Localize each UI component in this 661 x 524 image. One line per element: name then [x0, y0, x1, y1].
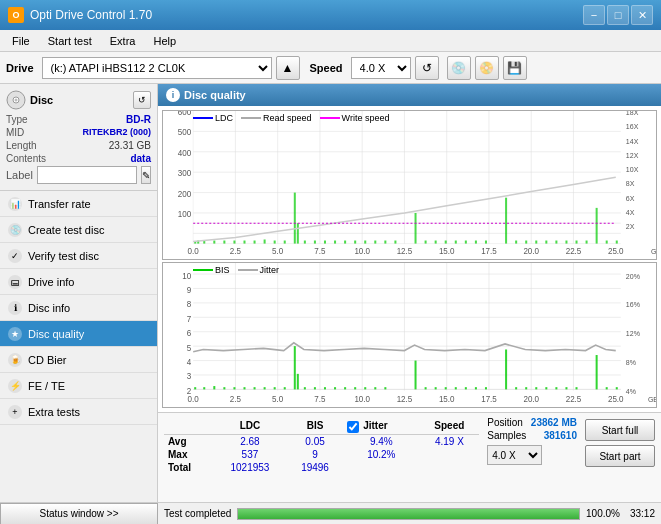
- disc-length-row: Length 23.31 GB: [6, 140, 151, 151]
- nav-fe-te-label: FE / TE: [28, 380, 65, 392]
- svg-rect-174: [576, 387, 578, 389]
- svg-text:10X: 10X: [626, 166, 639, 174]
- svg-rect-140: [213, 386, 215, 389]
- eject-button[interactable]: ▲: [276, 56, 300, 80]
- speed-select2[interactable]: 4.0 X Max 2.0 X: [487, 445, 542, 465]
- disc-mid-row: MID RITEKBR2 (000): [6, 127, 151, 138]
- speed-select[interactable]: 4.0 X Max 2.0 X 1.0 X: [351, 57, 411, 79]
- svg-rect-70: [384, 241, 386, 244]
- create-disc-icon: 💿: [8, 223, 22, 237]
- svg-rect-139: [203, 387, 205, 389]
- svg-text:500: 500: [178, 128, 192, 137]
- nav-create-test-disc[interactable]: 💿 Create test disc: [0, 217, 157, 243]
- nav-verify-test-disc[interactable]: ✓ Verify test disc: [0, 243, 157, 269]
- menu-start-test[interactable]: Start test: [40, 33, 100, 49]
- table-row: Avg 2.68 0.05 9.4% 4.19 X: [164, 435, 479, 449]
- charts-container: LDC Read speed Write speed: [158, 106, 661, 412]
- left-panel: Disc ↺ Type BD-R MID RITEKBR2 (000) Leng…: [0, 84, 158, 502]
- svg-text:16%: 16%: [626, 300, 640, 309]
- svg-rect-79: [485, 241, 487, 244]
- maximize-button[interactable]: □: [607, 5, 629, 25]
- nav-disc-info[interactable]: ℹ Disc info: [0, 295, 157, 321]
- start-full-button[interactable]: Start full: [585, 419, 655, 441]
- menu-help[interactable]: Help: [145, 33, 184, 49]
- main-content: Disc ↺ Type BD-R MID RITEKBR2 (000) Leng…: [0, 84, 661, 502]
- table-row: Max 537 9 10.2%: [164, 448, 479, 461]
- drive-select[interactable]: (k:) ATAPI iHBS112 2 CL0K: [42, 57, 272, 79]
- svg-rect-82: [525, 241, 527, 244]
- row-avg-speed: 4.19 X: [419, 435, 479, 449]
- col-header-jitter-check: Jitter: [343, 417, 419, 435]
- nav-fe-te[interactable]: ⚡ FE / TE: [0, 373, 157, 399]
- samples-label: Samples: [487, 430, 526, 441]
- svg-rect-83: [535, 241, 537, 244]
- bis-chart-svg: 10 9 8 7 6 5 4 3 2 20% 16% 12% 8% 4% 0: [163, 263, 656, 407]
- svg-rect-60: [294, 193, 296, 244]
- svg-text:100: 100: [178, 210, 192, 219]
- stats-table-area: LDC BIS Jitter Speed: [164, 417, 479, 498]
- quality-icon: i: [166, 88, 180, 102]
- speed-apply-button[interactable]: ↺: [415, 56, 439, 80]
- svg-rect-62: [304, 241, 306, 244]
- disc-refresh-button[interactable]: ↺: [133, 91, 151, 109]
- row-max-label: Max: [164, 448, 213, 461]
- minimize-button[interactable]: −: [583, 5, 605, 25]
- svg-rect-170: [535, 387, 537, 389]
- nav-transfer-rate[interactable]: 📊 Transfer rate: [0, 191, 157, 217]
- jitter-checkbox[interactable]: [347, 421, 359, 433]
- menu-extra[interactable]: Extra: [102, 33, 144, 49]
- svg-text:2.5: 2.5: [230, 247, 242, 256]
- status-window-button[interactable]: Status window >>: [0, 503, 158, 525]
- position-row: Position 23862 MB: [487, 417, 577, 428]
- progress-bar-fill: [238, 509, 579, 519]
- svg-text:GB: GB: [648, 394, 656, 403]
- svg-rect-54: [233, 241, 235, 244]
- svg-rect-69: [374, 241, 376, 244]
- svg-rect-55: [243, 241, 245, 244]
- svg-rect-156: [364, 387, 366, 389]
- svg-rect-90: [606, 241, 608, 244]
- svg-text:10: 10: [182, 270, 191, 280]
- write-speed-color: [320, 117, 340, 119]
- svg-rect-86: [565, 241, 567, 244]
- row-max-jitter: 10.2%: [343, 448, 419, 461]
- label-input[interactable]: [37, 166, 137, 184]
- svg-rect-84: [545, 241, 547, 244]
- quality-title: Disc quality: [184, 89, 246, 101]
- svg-text:9: 9: [187, 284, 192, 294]
- svg-text:300: 300: [178, 169, 192, 178]
- nav-cd-bier[interactable]: 🍺 CD Bier: [0, 347, 157, 373]
- legend-jitter-label: Jitter: [260, 265, 280, 275]
- drive-info-icon: 🖴: [8, 275, 22, 289]
- close-button[interactable]: ✕: [631, 5, 653, 25]
- label-edit-button[interactable]: ✎: [141, 166, 151, 184]
- title-bar: O Opti Drive Control 1.70 − □ ✕: [0, 0, 661, 30]
- ldc-color: [193, 117, 213, 119]
- disc-burn-button[interactable]: 📀: [475, 56, 499, 80]
- svg-text:18X: 18X: [626, 111, 639, 117]
- svg-rect-56: [254, 241, 256, 244]
- save-button[interactable]: 💾: [503, 56, 527, 80]
- nav-extra-tests[interactable]: + Extra tests: [0, 399, 157, 425]
- row-total-label: Total: [164, 461, 213, 474]
- disc-erase-button[interactable]: 💿: [447, 56, 471, 80]
- svg-rect-71: [394, 241, 396, 244]
- svg-text:12X: 12X: [626, 152, 639, 160]
- start-part-button[interactable]: Start part: [585, 445, 655, 467]
- ldc-chart: LDC Read speed Write speed: [162, 110, 657, 260]
- disc-quality-icon: ★: [8, 327, 22, 341]
- menu-file[interactable]: File: [4, 33, 38, 49]
- action-buttons: Start full Start part: [585, 417, 655, 498]
- nav-disc-quality[interactable]: ★ Disc quality: [0, 321, 157, 347]
- svg-text:25.0: 25.0: [608, 247, 624, 256]
- legend-read-speed-label: Read speed: [263, 113, 312, 123]
- col-header-empty: [164, 417, 213, 435]
- window-controls: − □ ✕: [583, 5, 653, 25]
- row-avg-bis: 0.05: [287, 435, 343, 449]
- speed-label: Speed: [310, 62, 343, 74]
- svg-text:7.5: 7.5: [314, 393, 325, 403]
- nav-drive-info[interactable]: 🖴 Drive info: [0, 269, 157, 295]
- svg-rect-172: [555, 387, 557, 389]
- svg-text:400: 400: [178, 149, 192, 158]
- row-total-ldc: 1021953: [213, 461, 287, 474]
